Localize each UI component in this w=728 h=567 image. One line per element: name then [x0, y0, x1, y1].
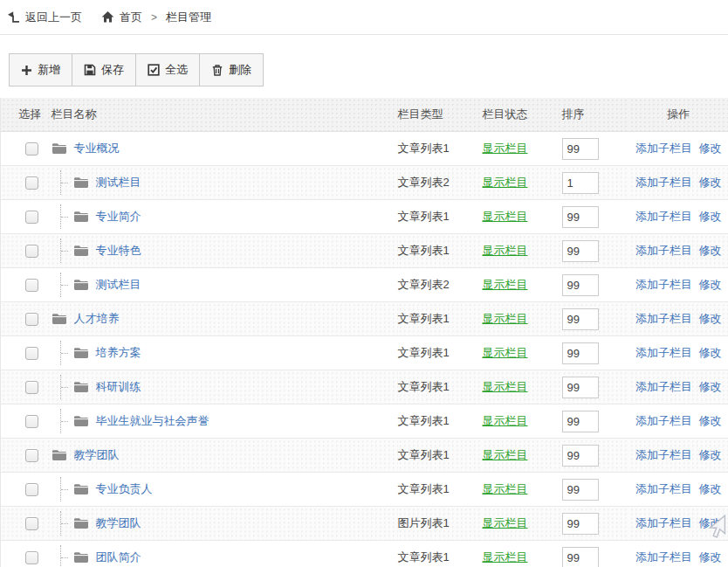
- modify-link[interactable]: 修改: [699, 414, 722, 427]
- home-label: 首页: [120, 10, 142, 25]
- add-child-column-link[interactable]: 添加子栏目: [635, 176, 692, 189]
- modify-link[interactable]: 修改: [699, 278, 722, 291]
- back-link[interactable]: 返回上一页: [7, 10, 82, 25]
- delete-button[interactable]: 删除: [199, 53, 264, 86]
- column-name-link[interactable]: 专业概况: [74, 141, 120, 156]
- column-name-link[interactable]: 测试栏目: [96, 175, 141, 190]
- column-status-link[interactable]: 显示栏目: [483, 176, 528, 189]
- column-type-text: 文章列表1: [398, 312, 450, 325]
- column-name-link[interactable]: 专业负责人: [96, 481, 153, 497]
- row-checkbox[interactable]: [25, 483, 38, 496]
- modify-link[interactable]: 修改: [699, 210, 722, 223]
- sort-order-input[interactable]: [562, 445, 599, 467]
- sort-order-input[interactable]: [562, 479, 599, 501]
- column-name-link[interactable]: 教学团队: [74, 447, 120, 463]
- row-checkbox[interactable]: [25, 313, 38, 326]
- row-checkbox[interactable]: [25, 415, 38, 428]
- column-status-link[interactable]: 显示栏目: [483, 346, 528, 359]
- add-child-column-link[interactable]: 添加子栏目: [635, 550, 692, 564]
- home-link[interactable]: 首页: [101, 10, 142, 25]
- row-checkbox[interactable]: [25, 381, 38, 394]
- sort-order-input[interactable]: [562, 411, 599, 432]
- add-child-column-link[interactable]: 添加子栏目: [635, 448, 692, 461]
- add-child-column-link[interactable]: 添加子栏目: [635, 346, 692, 359]
- sort-order-input[interactable]: [562, 547, 599, 567]
- add-child-column-link[interactable]: 添加子栏目: [635, 244, 692, 257]
- add-child-column-link[interactable]: 添加子栏目: [635, 414, 692, 427]
- tree-branch-connector: [60, 170, 71, 195]
- column-name-link[interactable]: 测试栏目: [96, 277, 141, 293]
- add-child-column-link[interactable]: 添加子栏目: [635, 278, 692, 291]
- column-name-link[interactable]: 科研训练: [96, 379, 141, 395]
- modify-link[interactable]: 修改: [699, 176, 722, 189]
- modify-link[interactable]: 修改: [699, 550, 722, 564]
- tree-branch-connector: [60, 409, 71, 433]
- column-name-link[interactable]: 人才培养: [74, 311, 120, 327]
- modify-link[interactable]: 修改: [699, 142, 722, 155]
- add-child-column-link[interactable]: 添加子栏目: [635, 482, 692, 495]
- row-checkbox[interactable]: [25, 176, 38, 190]
- column-status-link[interactable]: 显示栏目: [483, 550, 528, 564]
- add-child-column-link[interactable]: 添加子栏目: [635, 142, 692, 155]
- modify-link[interactable]: 修改: [699, 380, 722, 393]
- sort-order-input[interactable]: [562, 377, 599, 398]
- column-name-link[interactable]: 培养方案: [96, 345, 141, 361]
- column-name-link[interactable]: 团队简介: [96, 550, 141, 565]
- row-checkbox[interactable]: [25, 517, 38, 530]
- column-name-link[interactable]: 专业简介: [96, 209, 141, 225]
- column-name-link[interactable]: 专业特色: [96, 243, 141, 259]
- column-status-link[interactable]: 显示栏目: [483, 414, 528, 427]
- row-checkbox[interactable]: [25, 279, 38, 292]
- column-name-link[interactable]: 教学团队: [96, 515, 141, 531]
- row-checkbox[interactable]: [25, 347, 38, 360]
- column-status-link[interactable]: 显示栏目: [483, 210, 528, 223]
- modify-link[interactable]: 修改: [699, 244, 722, 257]
- modify-link[interactable]: 修改: [699, 346, 722, 359]
- save-button-label: 保存: [101, 62, 124, 78]
- sort-order-input[interactable]: [562, 138, 599, 160]
- column-status-link[interactable]: 显示栏目: [483, 516, 528, 529]
- column-status-link[interactable]: 显示栏目: [483, 482, 528, 495]
- modify-link[interactable]: 修改: [699, 312, 722, 325]
- column-status-link[interactable]: 显示栏目: [483, 448, 528, 461]
- column-name-link[interactable]: 毕业生就业与社会声誉: [96, 413, 209, 429]
- column-status-link[interactable]: 显示栏目: [483, 380, 528, 393]
- row-checkbox[interactable]: [25, 211, 38, 224]
- sort-order-input[interactable]: [562, 513, 599, 535]
- tree-branch-connector: [60, 341, 71, 365]
- folder-icon: [52, 449, 67, 461]
- add-child-column-link[interactable]: 添加子栏目: [635, 380, 692, 393]
- modify-link[interactable]: 修改: [699, 448, 722, 461]
- modify-link[interactable]: 修改: [699, 516, 722, 529]
- table-row: 专业特色 文章列表1 显示栏目 添加子栏目 修改: [1, 234, 728, 268]
- header-status: 栏目状态: [483, 98, 562, 132]
- row-checkbox[interactable]: [25, 142, 38, 156]
- select-all-button[interactable]: 全选: [135, 53, 200, 86]
- sort-order-input[interactable]: [562, 274, 599, 296]
- delete-button-label: 删除: [229, 62, 251, 78]
- sort-order-input[interactable]: [562, 206, 599, 228]
- sort-order-input[interactable]: [562, 172, 599, 194]
- folder-icon: [52, 142, 67, 155]
- row-checkbox[interactable]: [25, 449, 38, 462]
- column-status-link[interactable]: 显示栏目: [483, 278, 528, 291]
- add-button[interactable]: 新增: [9, 53, 72, 86]
- column-status-link[interactable]: 显示栏目: [483, 142, 528, 155]
- table-row: 毕业生就业与社会声誉 文章列表1 显示栏目 添加子栏目 修改: [1, 405, 728, 439]
- modify-link[interactable]: 修改: [699, 482, 722, 495]
- add-child-column-link[interactable]: 添加子栏目: [635, 210, 692, 223]
- row-checkbox[interactable]: [25, 245, 38, 258]
- save-button[interactable]: 保存: [72, 53, 136, 86]
- folder-icon: [73, 176, 89, 189]
- column-table: 选择 栏目名称 栏目类型 栏目状态 排序 操作 专业概况 文章列表1 显示栏目: [0, 98, 728, 567]
- add-child-column-link[interactable]: 添加子栏目: [635, 312, 692, 325]
- column-status-link[interactable]: 显示栏目: [483, 244, 528, 257]
- sort-order-input[interactable]: [562, 308, 599, 330]
- row-checkbox[interactable]: [25, 551, 38, 564]
- table-row: 科研训练 文章列表1 显示栏目 添加子栏目 修改: [1, 370, 728, 405]
- add-child-column-link[interactable]: 添加子栏目: [635, 516, 692, 529]
- sort-order-input[interactable]: [562, 342, 599, 364]
- sort-order-input[interactable]: [562, 240, 599, 262]
- column-type-text: 图片列表1: [398, 516, 450, 529]
- column-status-link[interactable]: 显示栏目: [483, 312, 528, 325]
